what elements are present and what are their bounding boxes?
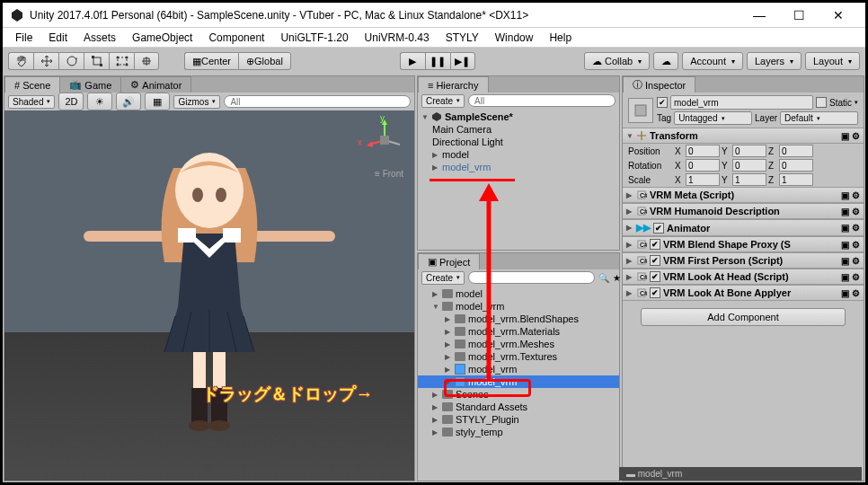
component-header[interactable]: ▶C# ✔ VRM Look At Head (Script)▣ ⚙	[623, 269, 864, 285]
hierarchy-create[interactable]: Create	[421, 94, 465, 108]
project-list[interactable]: ▶ model▼ model_vrm▶ model_vrm.BlendShape…	[418, 286, 619, 481]
hierarchy-search[interactable]	[468, 94, 616, 107]
tag-dropdown[interactable]: Untagged	[674, 111, 752, 125]
layer-dropdown[interactable]: Default	[780, 111, 858, 125]
favorite-icon[interactable]: ★	[613, 273, 621, 283]
svg-point-8	[116, 64, 119, 66]
project-item[interactable]: ▶ model_vrm.BlendShapes	[418, 313, 619, 325]
tab-animator[interactable]: ⚙ Animator	[120, 76, 191, 93]
toggle-2d[interactable]: 2D	[58, 93, 84, 110]
project-item[interactable]: ▶ model_vrm	[418, 363, 619, 375]
gameobject-name-field[interactable]	[670, 95, 813, 110]
project-item[interactable]: ▶ Standard Assets	[418, 401, 619, 413]
axis-y-label: y	[380, 113, 385, 123]
component-header[interactable]: ▶C# ✔ VRM Blend Shape Proxy (S▣ ⚙	[623, 236, 864, 252]
menu-help[interactable]: Help	[542, 30, 579, 46]
tab-scene[interactable]: # Scene	[4, 76, 60, 93]
axis-x-label: x	[358, 137, 362, 147]
menu-assets[interactable]: Assets	[76, 30, 123, 46]
svg-point-25	[208, 420, 230, 431]
svg-rect-22	[191, 388, 208, 424]
transform-tool[interactable]	[134, 52, 159, 70]
project-item[interactable]: ▶ model_vrm.Meshes	[418, 338, 619, 350]
project-item[interactable]: ▶ styly_temp	[418, 426, 619, 438]
collab-dropdown[interactable]: ☁ Collab	[584, 52, 650, 70]
menu-file[interactable]: File	[8, 30, 40, 46]
maximize-button[interactable]: ☐	[779, 3, 819, 28]
hierarchy-item-model[interactable]: ▶model	[418, 148, 619, 161]
project-item[interactable]: ▶ model_vrm	[418, 375, 619, 388]
pivot-rotation[interactable]: ⊕ Global	[238, 52, 291, 70]
tab-inspector[interactable]: ⓘ Inspector	[623, 76, 695, 93]
project-item[interactable]: ▶ model	[418, 287, 619, 300]
hierarchy-list[interactable]: ▼ SampleScene* Main Camera Directional L…	[418, 109, 619, 250]
hierarchy-item-light[interactable]: Directional Light	[418, 136, 619, 148]
menu-unigltf[interactable]: UniGLTF-1.20	[273, 30, 355, 46]
cloud-button[interactable]: ☁	[653, 52, 678, 70]
toggle-light[interactable]: ☀	[87, 93, 112, 110]
scene-view[interactable]: y x ≡ Front	[4, 110, 414, 481]
component-header[interactable]: ▶C# ✔ VRM First Person (Script)▣ ⚙	[623, 252, 864, 269]
menu-window[interactable]: Window	[488, 30, 541, 46]
menu-component[interactable]: Component	[201, 30, 271, 46]
gizmos-dropdown[interactable]: Gizmos	[173, 95, 220, 109]
component-header[interactable]: ▶C# VRM Humanoid Description▣ ⚙	[623, 203, 864, 219]
hierarchy-item-model-vrm[interactable]: ▶model_vrm	[418, 161, 619, 173]
project-item[interactable]: ▶ model_vrm.Materials	[418, 325, 619, 338]
project-item[interactable]: ▶ STYLY_Plugin	[418, 413, 619, 426]
scene-root[interactable]: ▼ SampleScene*	[418, 110, 619, 123]
gameobject-icon[interactable]	[628, 98, 653, 123]
unity-logo	[10, 8, 24, 22]
project-item[interactable]: ▶ Scenes	[418, 388, 619, 401]
svg-rect-5	[118, 57, 127, 65]
rotate-tool[interactable]	[58, 52, 84, 70]
svg-rect-2	[93, 57, 101, 65]
pause-button[interactable]: ❚❚	[425, 52, 450, 70]
project-create[interactable]: Create	[421, 271, 465, 285]
layers-dropdown[interactable]: Layers	[747, 52, 802, 70]
orientation-gizmo[interactable]: y x	[362, 118, 407, 164]
static-checkbox[interactable]	[816, 97, 827, 108]
project-item[interactable]: ▶ model_vrm.Textures	[418, 350, 619, 363]
pivot-mode[interactable]: ▦ Center	[184, 52, 238, 70]
minimize-button[interactable]: —	[740, 3, 779, 28]
asset-preview-bar[interactable]: ▬ model_vrm	[619, 467, 862, 481]
draw-mode[interactable]: Shaded	[8, 95, 55, 109]
project-search[interactable]	[468, 271, 595, 284]
menu-edit[interactable]: Edit	[41, 30, 75, 46]
step-button[interactable]: ▶❚	[450, 52, 475, 70]
hand-tool[interactable]	[8, 52, 33, 70]
tab-hierarchy[interactable]: ≡ Hierarchy	[418, 76, 489, 93]
gear-icon[interactable]: ▣ ⚙	[841, 131, 860, 141]
camera-label: ≡ Front	[375, 169, 403, 179]
svg-marker-34	[432, 112, 441, 121]
tab-game[interactable]: 📺 Game	[59, 76, 121, 93]
menu-univrm[interactable]: UniVRM-0.43	[358, 30, 437, 46]
layout-dropdown[interactable]: Layout	[805, 52, 860, 70]
scene-search[interactable]	[224, 95, 411, 108]
account-dropdown[interactable]: Account	[682, 52, 743, 70]
move-tool[interactable]	[33, 52, 58, 70]
gameobject-active-checkbox[interactable]: ✔	[657, 97, 668, 108]
menu-gameobject[interactable]: GameObject	[125, 30, 199, 46]
close-button[interactable]: ✕	[819, 3, 858, 28]
toggle-audio[interactable]: 🔊	[116, 93, 141, 110]
svg-point-24	[189, 420, 210, 431]
tab-project[interactable]: ▣ Project	[418, 253, 480, 269]
menu-styly[interactable]: STYLY	[438, 30, 486, 46]
component-header[interactable]: ▶C# ✔ VRM Look At Bone Applyer▣ ⚙	[623, 285, 864, 301]
add-component-button[interactable]: Add Component	[641, 308, 846, 326]
hierarchy-item-camera[interactable]: Main Camera	[418, 123, 619, 136]
search-filter-icon[interactable]: 🔍	[598, 273, 609, 283]
play-button[interactable]: ▶	[400, 52, 425, 70]
toggle-fx[interactable]: ▦	[145, 93, 170, 110]
rect-tool[interactable]	[109, 52, 134, 70]
component-header[interactable]: ▶▶▶ ✔ Animator▣ ⚙	[623, 219, 864, 236]
scale-tool[interactable]	[84, 52, 109, 70]
component-header[interactable]: ▶C# VRM Meta (Script)▣ ⚙	[623, 187, 864, 203]
svg-point-7	[125, 57, 128, 59]
svg-text:C#: C#	[640, 208, 647, 215]
transform-component[interactable]: ▼ Transform▣ ⚙	[623, 128, 864, 144]
project-item[interactable]: ▼ model_vrm	[418, 300, 619, 313]
project-panel: ▣ Project Create 🔍 ★ ▶ model▼ model_vrm▶…	[417, 252, 620, 481]
